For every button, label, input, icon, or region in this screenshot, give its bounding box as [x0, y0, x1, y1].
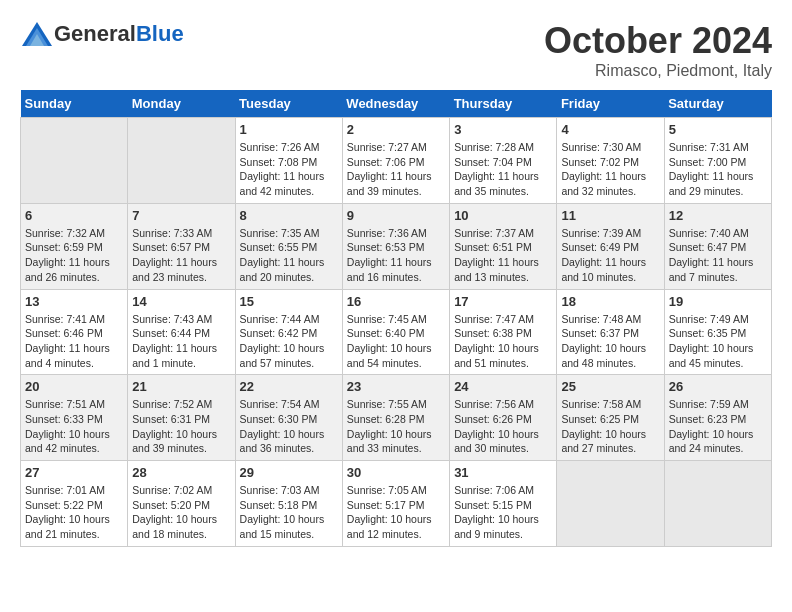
table-row: 1Sunrise: 7:26 AMSunset: 7:08 PMDaylight…	[235, 118, 342, 204]
day-info: Sunrise: 7:45 AMSunset: 6:40 PMDaylight:…	[347, 312, 445, 371]
header-wednesday: Wednesday	[342, 90, 449, 118]
table-row: 24Sunrise: 7:56 AMSunset: 6:26 PMDayligh…	[450, 375, 557, 461]
table-row: 23Sunrise: 7:55 AMSunset: 6:28 PMDayligh…	[342, 375, 449, 461]
calendar-week-row: 1Sunrise: 7:26 AMSunset: 7:08 PMDaylight…	[21, 118, 772, 204]
day-number: 14	[132, 294, 230, 309]
day-number: 4	[561, 122, 659, 137]
day-number: 8	[240, 208, 338, 223]
day-number: 30	[347, 465, 445, 480]
day-number: 10	[454, 208, 552, 223]
calendar-week-row: 6Sunrise: 7:32 AMSunset: 6:59 PMDaylight…	[21, 203, 772, 289]
day-info: Sunrise: 7:02 AMSunset: 5:20 PMDaylight:…	[132, 483, 230, 542]
day-number: 20	[25, 379, 123, 394]
table-row	[664, 461, 771, 547]
logo-icon	[20, 20, 54, 48]
day-info: Sunrise: 7:51 AMSunset: 6:33 PMDaylight:…	[25, 397, 123, 456]
table-row: 5Sunrise: 7:31 AMSunset: 7:00 PMDaylight…	[664, 118, 771, 204]
day-info: Sunrise: 7:26 AMSunset: 7:08 PMDaylight:…	[240, 140, 338, 199]
day-number: 16	[347, 294, 445, 309]
day-info: Sunrise: 7:56 AMSunset: 6:26 PMDaylight:…	[454, 397, 552, 456]
day-info: Sunrise: 7:31 AMSunset: 7:00 PMDaylight:…	[669, 140, 767, 199]
day-info: Sunrise: 7:49 AMSunset: 6:35 PMDaylight:…	[669, 312, 767, 371]
table-row: 4Sunrise: 7:30 AMSunset: 7:02 PMDaylight…	[557, 118, 664, 204]
table-row: 14Sunrise: 7:43 AMSunset: 6:44 PMDayligh…	[128, 289, 235, 375]
day-info: Sunrise: 7:41 AMSunset: 6:46 PMDaylight:…	[25, 312, 123, 371]
day-number: 3	[454, 122, 552, 137]
table-row: 3Sunrise: 7:28 AMSunset: 7:04 PMDaylight…	[450, 118, 557, 204]
page-header: GeneralBlue October 2024 Rimasco, Piedmo…	[20, 20, 772, 80]
day-info: Sunrise: 7:48 AMSunset: 6:37 PMDaylight:…	[561, 312, 659, 371]
table-row: 9Sunrise: 7:36 AMSunset: 6:53 PMDaylight…	[342, 203, 449, 289]
day-info: Sunrise: 7:54 AMSunset: 6:30 PMDaylight:…	[240, 397, 338, 456]
table-row: 17Sunrise: 7:47 AMSunset: 6:38 PMDayligh…	[450, 289, 557, 375]
day-info: Sunrise: 7:35 AMSunset: 6:55 PMDaylight:…	[240, 226, 338, 285]
header-friday: Friday	[557, 90, 664, 118]
day-number: 5	[669, 122, 767, 137]
day-number: 26	[669, 379, 767, 394]
day-number: 6	[25, 208, 123, 223]
day-number: 18	[561, 294, 659, 309]
day-info: Sunrise: 7:43 AMSunset: 6:44 PMDaylight:…	[132, 312, 230, 371]
day-number: 28	[132, 465, 230, 480]
header-monday: Monday	[128, 90, 235, 118]
day-info: Sunrise: 7:55 AMSunset: 6:28 PMDaylight:…	[347, 397, 445, 456]
logo-text: GeneralBlue	[54, 21, 184, 47]
header-thursday: Thursday	[450, 90, 557, 118]
table-row: 31Sunrise: 7:06 AMSunset: 5:15 PMDayligh…	[450, 461, 557, 547]
table-row: 12Sunrise: 7:40 AMSunset: 6:47 PMDayligh…	[664, 203, 771, 289]
day-number: 31	[454, 465, 552, 480]
day-info: Sunrise: 7:30 AMSunset: 7:02 PMDaylight:…	[561, 140, 659, 199]
day-info: Sunrise: 7:44 AMSunset: 6:42 PMDaylight:…	[240, 312, 338, 371]
day-info: Sunrise: 7:05 AMSunset: 5:17 PMDaylight:…	[347, 483, 445, 542]
day-info: Sunrise: 7:33 AMSunset: 6:57 PMDaylight:…	[132, 226, 230, 285]
table-row: 18Sunrise: 7:48 AMSunset: 6:37 PMDayligh…	[557, 289, 664, 375]
day-number: 21	[132, 379, 230, 394]
table-row: 26Sunrise: 7:59 AMSunset: 6:23 PMDayligh…	[664, 375, 771, 461]
table-row: 22Sunrise: 7:54 AMSunset: 6:30 PMDayligh…	[235, 375, 342, 461]
day-info: Sunrise: 7:01 AMSunset: 5:22 PMDaylight:…	[25, 483, 123, 542]
day-number: 9	[347, 208, 445, 223]
day-info: Sunrise: 7:03 AMSunset: 5:18 PMDaylight:…	[240, 483, 338, 542]
day-info: Sunrise: 7:32 AMSunset: 6:59 PMDaylight:…	[25, 226, 123, 285]
table-row: 25Sunrise: 7:58 AMSunset: 6:25 PMDayligh…	[557, 375, 664, 461]
day-info: Sunrise: 7:47 AMSunset: 6:38 PMDaylight:…	[454, 312, 552, 371]
table-row: 10Sunrise: 7:37 AMSunset: 6:51 PMDayligh…	[450, 203, 557, 289]
table-row: 11Sunrise: 7:39 AMSunset: 6:49 PMDayligh…	[557, 203, 664, 289]
day-info: Sunrise: 7:27 AMSunset: 7:06 PMDaylight:…	[347, 140, 445, 199]
logo: GeneralBlue	[20, 20, 184, 48]
day-info: Sunrise: 7:58 AMSunset: 6:25 PMDaylight:…	[561, 397, 659, 456]
day-number: 13	[25, 294, 123, 309]
day-number: 15	[240, 294, 338, 309]
table-row: 20Sunrise: 7:51 AMSunset: 6:33 PMDayligh…	[21, 375, 128, 461]
day-number: 29	[240, 465, 338, 480]
calendar-week-row: 27Sunrise: 7:01 AMSunset: 5:22 PMDayligh…	[21, 461, 772, 547]
table-row: 15Sunrise: 7:44 AMSunset: 6:42 PMDayligh…	[235, 289, 342, 375]
day-info: Sunrise: 7:52 AMSunset: 6:31 PMDaylight:…	[132, 397, 230, 456]
header-saturday: Saturday	[664, 90, 771, 118]
day-info: Sunrise: 7:37 AMSunset: 6:51 PMDaylight:…	[454, 226, 552, 285]
table-row	[128, 118, 235, 204]
calendar-table: Sunday Monday Tuesday Wednesday Thursday…	[20, 90, 772, 547]
title-area: October 2024 Rimasco, Piedmont, Italy	[544, 20, 772, 80]
table-row: 27Sunrise: 7:01 AMSunset: 5:22 PMDayligh…	[21, 461, 128, 547]
table-row: 8Sunrise: 7:35 AMSunset: 6:55 PMDaylight…	[235, 203, 342, 289]
table-row	[557, 461, 664, 547]
day-info: Sunrise: 7:36 AMSunset: 6:53 PMDaylight:…	[347, 226, 445, 285]
table-row: 2Sunrise: 7:27 AMSunset: 7:06 PMDaylight…	[342, 118, 449, 204]
table-row: 6Sunrise: 7:32 AMSunset: 6:59 PMDaylight…	[21, 203, 128, 289]
day-number: 12	[669, 208, 767, 223]
header-tuesday: Tuesday	[235, 90, 342, 118]
location: Rimasco, Piedmont, Italy	[544, 62, 772, 80]
day-number: 19	[669, 294, 767, 309]
day-info: Sunrise: 7:39 AMSunset: 6:49 PMDaylight:…	[561, 226, 659, 285]
day-number: 11	[561, 208, 659, 223]
day-number: 24	[454, 379, 552, 394]
table-row: 21Sunrise: 7:52 AMSunset: 6:31 PMDayligh…	[128, 375, 235, 461]
table-row	[21, 118, 128, 204]
table-row: 19Sunrise: 7:49 AMSunset: 6:35 PMDayligh…	[664, 289, 771, 375]
day-number: 17	[454, 294, 552, 309]
day-info: Sunrise: 7:06 AMSunset: 5:15 PMDaylight:…	[454, 483, 552, 542]
day-info: Sunrise: 7:40 AMSunset: 6:47 PMDaylight:…	[669, 226, 767, 285]
day-number: 23	[347, 379, 445, 394]
day-info: Sunrise: 7:59 AMSunset: 6:23 PMDaylight:…	[669, 397, 767, 456]
